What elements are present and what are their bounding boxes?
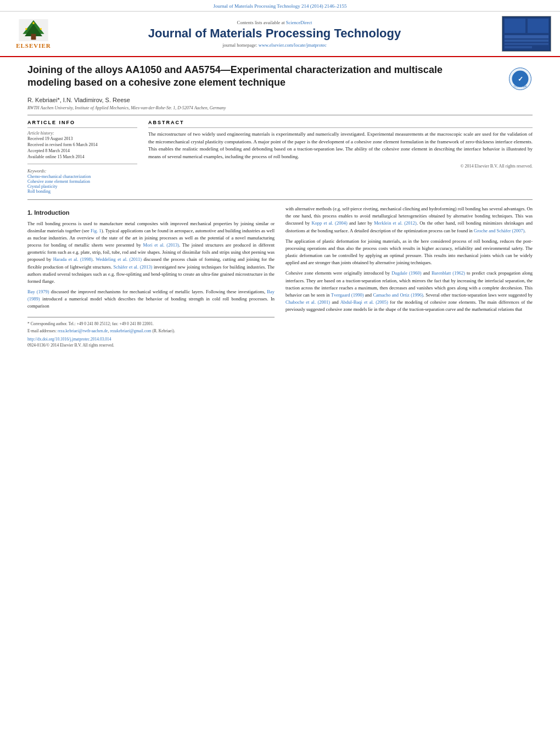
article-title: Joining of the alloys AA1050 and AA5754—…	[27, 64, 478, 90]
journal-cover-image	[502, 16, 551, 52]
info-divider	[27, 127, 137, 128]
authors-line: R. Kebriaei*, I.N. Vladimirov, S. Reese	[27, 97, 533, 103]
abstract-copyright: © 2014 Elsevier B.V. All rights reserved…	[148, 164, 533, 169]
right-para1: with alternative methods (e.g. self-pier…	[285, 205, 533, 235]
divider-body	[27, 199, 533, 200]
keyword-1[interactable]: Chemo-mechanical characterization	[27, 174, 137, 179]
abdulbaqi-ref[interactable]: Abdul-Baqi et al. (2005)	[340, 299, 388, 305]
abstract-text: The microstructure of two widely used en…	[148, 131, 533, 160]
section1-title: 1. Introduction	[27, 208, 275, 217]
camacho-ref[interactable]: Camacho and Ortiz (1996)	[373, 292, 423, 298]
history-label: Article history:	[27, 131, 137, 136]
kopp-ref[interactable]: Kopp et al. (2004)	[311, 220, 347, 226]
journal-header-right	[480, 16, 551, 52]
keyword-2[interactable]: Cohesive zone element formulation	[27, 179, 137, 184]
svg-text:CrossMark: CrossMark	[513, 85, 527, 88]
authors-text: R. Kebriaei*, I.N. Vladimirov, S. Reese	[27, 97, 130, 103]
available-date: Available online 15 March 2014	[27, 154, 137, 159]
article-info-right: ABSTRACT The microstructure of two widel…	[148, 120, 533, 194]
affiliation-line: RWTH Aachen University, Institute of App…	[27, 105, 533, 110]
corresponding-footnote: * Corresponding author. Tel.: +49 0 241 …	[27, 321, 275, 327]
barenblatt-ref[interactable]: Barenblatt (1962)	[432, 270, 465, 276]
keyword-4[interactable]: Roll bonding	[27, 189, 137, 194]
dugdale-ref[interactable]: Dugdale (1960)	[391, 270, 421, 276]
svg-rect-10	[528, 19, 548, 33]
elsevier-wordmark: ELSEVIER	[16, 42, 51, 49]
revised-date: Received in revised form 6 March 2014	[27, 142, 137, 147]
journal-homepage-url[interactable]: www.elsevier.com/locate/jmatprotec	[259, 42, 327, 48]
article-info-section: ARTICLE INFO Article history: Received 1…	[27, 120, 533, 194]
abstract-divider	[148, 127, 533, 128]
right-para2: The application of plastic deformation f…	[285, 238, 533, 267]
article-info-left: ARTICLE INFO Article history: Received 1…	[27, 120, 137, 194]
keywords-divider	[27, 164, 137, 164]
keywords-label: Keywords:	[27, 169, 137, 174]
groche-ref[interactable]: Groche and Schäfer (2007)	[474, 228, 524, 233]
svg-point-4	[25, 28, 27, 30]
svg-rect-14	[505, 46, 532, 48]
main-content: Joining of the alloys AA1050 and AA5754—…	[0, 57, 560, 355]
article-title-section: Joining of the alloys AA1050 and AA5754—…	[27, 64, 533, 91]
right-para3: Cohesive zone elements were originally i…	[285, 270, 533, 313]
journal-homepage-line: journal homepage: www.elsevier.com/locat…	[69, 42, 480, 48]
bay1979-ref[interactable]: Bay (1979)	[27, 289, 49, 294]
elsevier-tree-icon	[17, 19, 50, 41]
harada-ref[interactable]: Harada et al. (1998)	[53, 256, 93, 262]
chaboche-ref[interactable]: Chaboche et al. (2001)	[285, 299, 330, 305]
crossmark-icon: ✓ CrossMark	[508, 66, 533, 91]
abstract-title: ABSTRACT	[148, 120, 533, 125]
svg-text:✓: ✓	[518, 75, 523, 83]
journal-title: Journal of Materials Processing Technolo…	[69, 26, 480, 41]
svg-rect-13	[505, 43, 548, 45]
intro-para2: Bay (1979) discussed the improved mechan…	[27, 288, 275, 310]
email1-link[interactable]: reza.kebriaei@rwth-aachen.de	[58, 328, 108, 333]
footnote-area: * Corresponding author. Tel.: +49 0 241 …	[27, 317, 275, 349]
mori-ref[interactable]: Mori et al. (2013)	[143, 242, 180, 248]
svg-rect-3	[31, 34, 36, 40]
journal-citation-bar: Journal of Materials Processing Technolo…	[0, 0, 560, 12]
body-columns: 1. Introduction The roll bonding process…	[27, 205, 533, 349]
merklein-ref[interactable]: Merklein et al. (2012)	[374, 220, 417, 226]
tvergaard-ref[interactable]: Tvergaard (1990)	[331, 292, 364, 298]
accepted-date: Accepted 8 March 2014	[27, 148, 137, 153]
schafer2013-ref[interactable]: Schäfer et al. (2013)	[114, 264, 153, 270]
keywords-section: Keywords: Chemo-mechanical characterizat…	[27, 169, 137, 194]
weddeling-ref[interactable]: Weddeling et al. (2011)	[96, 256, 142, 262]
journal-header-center: Contents lists available at ScienceDirec…	[69, 20, 480, 48]
doi-line[interactable]: http://dx.doi.org/10.1016/j.jmatprotec.2…	[27, 336, 275, 342]
email2-link[interactable]: rezakebriaei@gmail.com	[110, 328, 151, 333]
keyword-3[interactable]: Crystal plasticity	[27, 184, 137, 189]
svg-point-5	[40, 28, 42, 30]
body-col-left: 1. Introduction The roll bonding process…	[27, 205, 275, 349]
email-footnote: E-mail addresses: reza.kebriaei@rwth-aac…	[27, 328, 275, 334]
journal-citation-text: Journal of Materials Processing Technolo…	[214, 3, 347, 9]
contents-available-line: Contents lists available at ScienceDirec…	[69, 20, 480, 25]
divider-top	[27, 115, 533, 115]
received-date: Received 19 August 2013	[27, 136, 137, 141]
svg-rect-9	[505, 19, 525, 33]
footer-copyright: 0924-0136/© 2014 Elsevier B.V. All right…	[27, 342, 275, 348]
bay1989-ref[interactable]: Bay (1989)	[27, 289, 275, 302]
journal-header: ELSEVIER Contents lists available at Sci…	[0, 12, 560, 57]
elsevier-logo: ELSEVIER	[9, 18, 58, 51]
svg-rect-12	[505, 40, 548, 42]
fig1-link[interactable]: Fig. 1	[91, 228, 102, 233]
svg-rect-11	[505, 35, 548, 38]
sciencedirect-link[interactable]: ScienceDirect	[286, 20, 312, 25]
elsevier-logo-area: ELSEVIER	[9, 18, 69, 51]
intro-para1: The roll bonding process is used to manu…	[27, 220, 275, 286]
body-col-right: with alternative methods (e.g. self-pier…	[285, 205, 533, 349]
article-info-title: ARTICLE INFO	[27, 120, 137, 125]
svg-point-6	[32, 22, 35, 24]
